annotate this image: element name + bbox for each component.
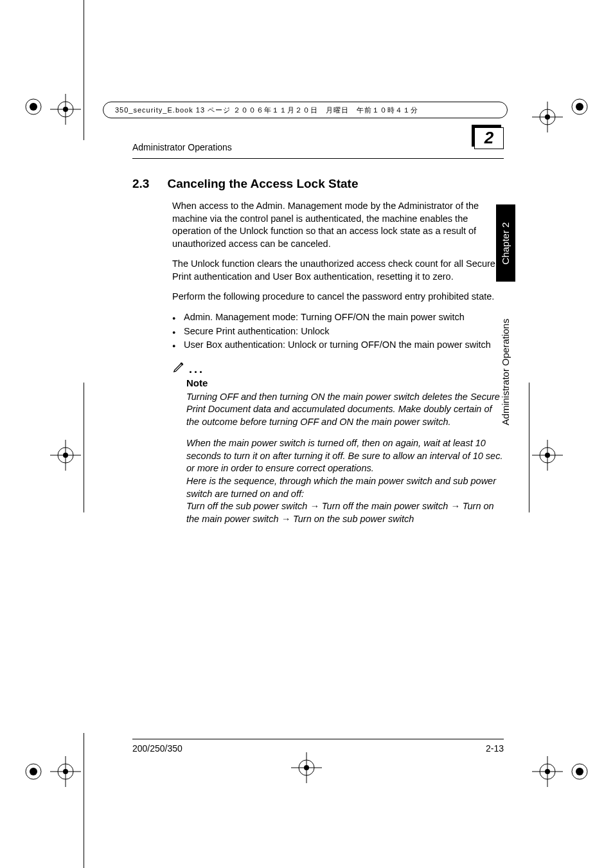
page-footer: 200/250/350 2-13 [132, 739, 504, 754]
section-title: Canceling the Access Lock State [167, 177, 358, 191]
corner-dot-tr [571, 98, 589, 118]
bullet-list: Admin. Management mode: Turning OFF/ON t… [172, 311, 504, 352]
footer-pagenum: 2-13 [486, 743, 504, 754]
list-item: Secure Print authentication: Unlock [172, 325, 504, 338]
svg-point-35 [304, 765, 309, 770]
svg-point-11 [63, 107, 68, 112]
note-block: ... Note Turning OFF and then turning ON… [172, 359, 504, 526]
note-dots: ... [189, 363, 204, 375]
list-item: User Box authentication: Unlock or turni… [172, 339, 504, 352]
pen-icon [172, 359, 186, 376]
registration-mark-icon [532, 756, 563, 787]
registration-mark-icon [532, 102, 563, 132]
note-label: Note [186, 377, 504, 388]
registration-mark-icon [291, 752, 322, 786]
registration-mark-icon [50, 94, 81, 125]
chapter-number: 2 [474, 127, 504, 149]
registration-mark-icon [50, 440, 81, 471]
guide-line [84, 383, 84, 512]
body-text: When access to the Admin. Management mod… [172, 200, 504, 352]
section-number: 2.3 [132, 177, 149, 191]
svg-point-15 [545, 114, 550, 120]
section-heading: 2.3 Canceling the Access Lock State [132, 177, 504, 191]
registration-mark-icon [532, 440, 563, 471]
page-content: Administrator Operations 2 2.3 Canceling… [132, 108, 504, 534]
list-item: Admin. Management mode: Turning OFF/ON t… [172, 311, 504, 324]
paragraph: When access to the Admin. Management mod… [172, 200, 504, 250]
running-head-title: Administrator Operations [132, 142, 232, 152]
note-paragraph: When the main power switch is turned off… [186, 437, 504, 525]
corner-dot-br [571, 763, 589, 783]
svg-point-5 [30, 768, 37, 775]
registration-mark-icon [50, 756, 81, 787]
svg-point-7 [576, 768, 583, 775]
corner-dot-bl [24, 763, 42, 783]
svg-point-1 [30, 103, 37, 111]
chapter-badge: 2 [468, 138, 504, 157]
corner-dot-tl [24, 98, 42, 118]
svg-point-31 [545, 769, 550, 774]
svg-point-23 [545, 453, 550, 458]
svg-point-19 [63, 453, 68, 458]
paragraph: The Unlock function clears the unauthori… [172, 258, 504, 283]
note-body: Turning OFF and then turning ON the main… [186, 391, 504, 526]
svg-point-27 [63, 769, 68, 774]
note-paragraph: Turning OFF and then turning ON the main… [186, 391, 504, 429]
guide-line [84, 733, 84, 868]
footer-model: 200/250/350 [132, 743, 182, 754]
paragraph: Perform the following procedure to cance… [172, 291, 504, 303]
running-head: Administrator Operations 2 [132, 138, 504, 159]
guide-line [529, 383, 529, 512]
guide-line [84, 0, 84, 140]
svg-point-3 [576, 103, 583, 111]
